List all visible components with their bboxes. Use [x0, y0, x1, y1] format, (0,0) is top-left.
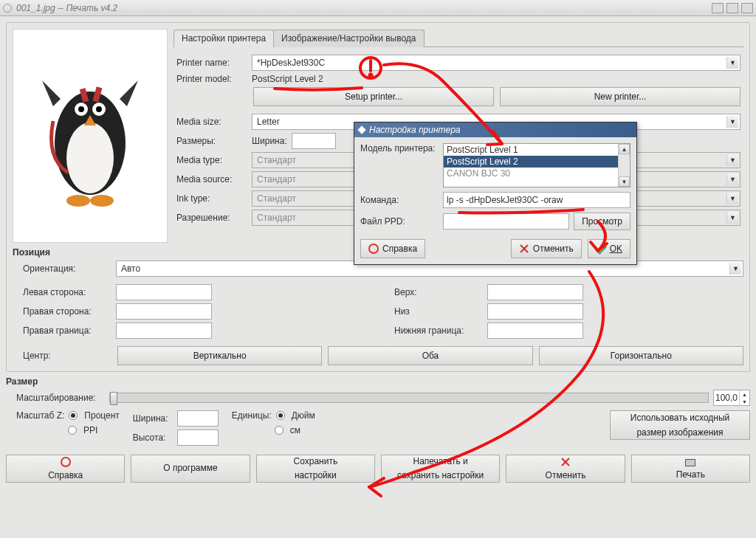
ppi-label: PPI — [83, 425, 97, 435]
printer-setup-dialog: Настройка принтера Модель принтера: Post… — [354, 122, 637, 265]
setup-printer-button[interactable]: Setup printer... — [253, 87, 494, 106]
media-type-value: Стандарт — [257, 155, 296, 165]
use-original-size-button[interactable]: Использовать исходный размер изображения — [610, 410, 750, 440]
dialog-icon — [357, 125, 365, 134]
print-icon — [685, 459, 695, 466]
orientation-label: Ориентация: — [23, 263, 111, 274]
list-item[interactable]: PostScript Level 2 — [444, 156, 630, 168]
ok-icon — [596, 244, 606, 254]
size-height-label: Высота: — [133, 432, 173, 443]
titlebar: 001_1.jpg -- Печать v4.2 — [0, 0, 756, 16]
orientation-value: Авто — [121, 263, 140, 274]
ppd-label: Файл PPD: — [360, 216, 439, 227]
center-horizontal-button[interactable]: Горизонтально — [539, 346, 743, 365]
chevron-down-icon: ▼ — [726, 193, 738, 204]
inch-label: Дюйм — [292, 410, 315, 421]
chevron-down-icon: ▼ — [729, 263, 741, 275]
size-width-label: Ширина: — [133, 413, 173, 424]
help-button[interactable]: Справка — [6, 455, 125, 483]
printer-model-value: PostScript Level 2 — [252, 74, 323, 84]
maximize-button[interactable] — [726, 3, 738, 13]
chevron-down-icon: ▼ — [726, 57, 738, 69]
dims-label: Размеры: — [176, 136, 247, 146]
scaling-spinner[interactable]: 100,0 ▲▼ — [713, 390, 750, 406]
center-label: Центр: — [23, 351, 111, 361]
svg-point-9 — [66, 195, 90, 207]
width-input[interactable] — [292, 133, 336, 149]
list-item[interactable]: PostScript Level 1 — [444, 144, 630, 156]
percent-radio[interactable] — [69, 411, 78, 420]
cancel-button[interactable]: Отменить — [506, 455, 625, 483]
tab-image-output[interactable]: Изображение/Настройки вывода — [273, 30, 424, 47]
dialog-cancel-button[interactable]: Отменить — [511, 239, 582, 258]
size-width-input[interactable] — [177, 410, 219, 427]
chevron-down-icon: ▼ — [726, 212, 738, 224]
dialog-help-button[interactable]: Справка — [360, 239, 425, 258]
svg-point-5 — [96, 106, 102, 112]
scaling-slider[interactable] — [109, 393, 709, 403]
print-button[interactable]: Печать — [631, 455, 750, 483]
printer-name-value: *HpDeskJet930C — [257, 58, 325, 68]
command-label: Команда: — [360, 195, 439, 205]
media-type-label: Media type: — [176, 155, 247, 165]
list-item[interactable]: CANON BJC 30 — [444, 168, 630, 179]
printer-model-listbox[interactable]: PostScript Level 1 PostScript Level 2 CA… — [443, 143, 630, 187]
dialog-titlebar[interactable]: Настройка принтера — [354, 123, 636, 137]
command-input[interactable]: lp -s -dHpDeskJet930C -oraw — [443, 192, 630, 208]
right-side-input[interactable] — [116, 303, 212, 320]
chevron-down-icon: ▼ — [726, 116, 738, 128]
bottom-input[interactable] — [487, 303, 583, 320]
svg-point-3 — [78, 106, 84, 112]
printer-name-select[interactable]: *HpDeskJet930C ▼ — [252, 55, 740, 71]
right-bound-input[interactable] — [116, 323, 212, 339]
svg-point-1 — [66, 123, 114, 193]
center-both-button[interactable]: Оба — [328, 346, 532, 365]
left-side-input[interactable] — [116, 284, 212, 300]
chevron-down-icon: ▼ — [726, 173, 738, 185]
cm-label: см — [290, 425, 300, 435]
new-printer-button[interactable]: New printer... — [500, 87, 740, 106]
printer-model-dlg-label: Модель принтера: — [360, 143, 439, 154]
bottom-bound-input[interactable] — [487, 323, 583, 339]
scale-z-label: Масштаб Z: — [16, 410, 64, 421]
size-height-input[interactable] — [177, 430, 219, 446]
width-label: Ширина: — [252, 136, 287, 146]
dialog-ok-button[interactable]: OK — [588, 239, 630, 258]
printer-model-label: Printer model: — [176, 74, 247, 84]
printer-name-label: Printer name: — [176, 58, 247, 68]
center-vertical-button[interactable]: Вертикально — [117, 346, 322, 365]
print-and-save-button[interactable]: Напечатать и сохранить настройки — [381, 455, 500, 483]
left-side-label: Левая сторона: — [23, 287, 111, 297]
help-icon — [61, 457, 71, 467]
resolution-label: Разрешение: — [176, 213, 247, 223]
window-icon — [3, 4, 12, 13]
command-value: lp -s -dHpDeskJet930C -oraw — [447, 195, 563, 205]
about-button[interactable]: О программе — [131, 455, 250, 483]
tab-bar: Настройки принтера Изображение/Настройки… — [173, 29, 743, 47]
save-settings-button[interactable]: Сохранить настройки — [256, 455, 375, 483]
resolution-value: Стандарт — [257, 213, 296, 223]
inch-radio[interactable] — [276, 411, 285, 420]
bottom-label: Низ — [394, 306, 483, 317]
cancel-icon — [519, 244, 529, 254]
dialog-title: Настройка принтера — [369, 125, 461, 135]
percent-label: Процент — [84, 410, 120, 421]
minimize-button[interactable] — [712, 3, 724, 13]
scrollbar[interactable]: ▲▼ — [618, 144, 630, 187]
svg-point-10 — [90, 195, 114, 207]
top-input[interactable] — [487, 284, 583, 300]
right-side-label: Правая сторона: — [23, 306, 111, 317]
size-group-title: Размер — [6, 376, 750, 387]
media-source-label: Media source: — [176, 174, 247, 184]
ppi-radio[interactable] — [68, 426, 77, 435]
image-preview — [13, 29, 168, 243]
ppd-input[interactable] — [443, 213, 569, 230]
close-button[interactable] — [741, 3, 753, 13]
tab-printer-settings[interactable]: Настройки принтера — [173, 30, 274, 47]
browse-button[interactable]: Просмотр — [574, 213, 630, 230]
media-size-value: Letter — [257, 117, 280, 127]
cm-radio[interactable] — [275, 426, 284, 435]
help-icon — [368, 244, 379, 254]
chevron-down-icon: ▼ — [726, 154, 738, 166]
ink-type-value: Стандарт — [257, 193, 296, 204]
